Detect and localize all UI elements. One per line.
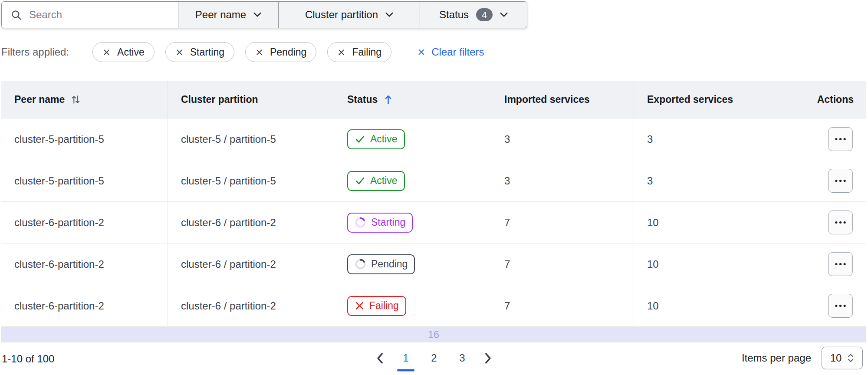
row-actions-button[interactable] — [828, 211, 853, 234]
clear-filters-button[interactable]: Clear filters — [417, 46, 484, 58]
status-badge: Active — [347, 129, 405, 149]
column-header-label: Exported services — [647, 94, 733, 105]
items-per-page-select[interactable]: 10 — [822, 346, 863, 369]
pagination-bar: 1-10 of 100 1 2 3 Items per page 10 — [0, 344, 868, 375]
peer-name-filter-label: Peer name — [195, 9, 246, 21]
table-row: cluster-6-partition-2 cluster-6 / partit… — [1, 201, 866, 243]
pagination-range-label: 1-10 of 100 — [2, 352, 54, 365]
filter-chip-label: Failing — [352, 46, 381, 58]
column-header-label: Status — [347, 94, 378, 105]
status-label: Failing — [369, 300, 399, 312]
clear-filters-label: Clear filters — [431, 46, 484, 58]
cluster-partition-value: cluster-5 / partition-5 — [181, 133, 276, 145]
cluster-partition-value: cluster-6 / partition-2 — [181, 217, 276, 229]
table-row: cluster-6-partition-2 cluster-6 / partit… — [1, 285, 866, 326]
x-icon — [355, 301, 365, 311]
sort-ascending-icon[interactable] — [384, 94, 393, 105]
row-actions-button[interactable] — [828, 169, 853, 193]
remove-filter-icon[interactable] — [175, 48, 184, 56]
peer-name-value: cluster-5-partition-5 — [14, 175, 104, 187]
exported-services-cell: 3 — [634, 160, 778, 201]
cluster-partition-cell: cluster-5 / partition-5 — [168, 160, 334, 201]
status-badge: Failing — [347, 296, 406, 316]
exported-services-value: 10 — [647, 300, 659, 312]
clear-filters-x-icon — [417, 48, 426, 56]
imported-services-value: 7 — [504, 300, 510, 312]
filter-chip-active[interactable]: Active — [92, 42, 155, 62]
cluster-partition-cell: cluster-5 / partition-5 — [168, 118, 334, 160]
column-header-label: Cluster partition — [181, 94, 258, 105]
cluster-partition-filter-label: Cluster partition — [305, 9, 378, 21]
table-row: cluster-5-partition-5 cluster-5 / partit… — [1, 118, 866, 160]
filter-chip-label: Active — [117, 46, 145, 58]
partial-row-value: 16 — [428, 329, 439, 341]
search-box[interactable] — [2, 2, 178, 28]
exported-services-value: 3 — [647, 133, 653, 145]
row-actions-button[interactable] — [828, 127, 853, 151]
previous-page-button[interactable] — [371, 349, 388, 368]
page-button-2[interactable]: 2 — [423, 349, 445, 368]
column-header-cluster-partition: Cluster partition — [168, 81, 334, 118]
table-row: cluster-5-partition-5 cluster-5 / partit… — [1, 160, 866, 201]
status-label: Active — [370, 175, 398, 187]
peer-name-value: cluster-5-partition-5 — [14, 133, 104, 145]
imported-services-value: 3 — [504, 133, 510, 145]
column-header-exported-services: Exported services — [634, 81, 778, 118]
check-icon — [355, 134, 365, 145]
remove-filter-icon[interactable] — [337, 48, 345, 56]
exported-services-value: 10 — [647, 217, 659, 229]
filter-chip-label: Pending — [270, 46, 306, 58]
ellipsis-icon — [835, 304, 846, 307]
chevron-down-icon — [385, 12, 393, 17]
search-icon — [10, 9, 22, 21]
status-label: Pending — [371, 258, 408, 270]
items-per-page-value: 10 — [830, 352, 842, 364]
chevron-left-icon — [376, 352, 383, 364]
filter-chip-label: Starting — [190, 46, 224, 58]
cluster-partition-value: cluster-6 / partition-2 — [181, 258, 276, 270]
row-actions-button[interactable] — [828, 294, 853, 318]
peer-name-cell: cluster-6-partition-2 — [1, 243, 168, 285]
actions-cell — [778, 118, 866, 160]
row-actions-button[interactable] — [828, 252, 853, 276]
chevron-up-down-icon — [847, 352, 854, 363]
status-cell: Active — [334, 118, 491, 160]
filter-chip-starting[interactable]: Starting — [165, 42, 234, 62]
column-header-status[interactable]: Status — [334, 81, 491, 118]
status-filter-dropdown[interactable]: Status 4 — [420, 2, 527, 28]
status-cell: Active — [334, 160, 491, 201]
items-per-page: Items per page 10 — [742, 346, 863, 369]
sort-arrows-icon[interactable] — [71, 94, 81, 105]
column-header-peer-name[interactable]: Peer name — [1, 81, 168, 118]
table-header-row: Peer name Cluster partition Status Impor… — [1, 81, 866, 118]
filter-toolbar: Peer name Cluster partition Status 4 — [1, 1, 527, 28]
page-button-3[interactable]: 3 — [451, 349, 473, 368]
imported-services-cell: 3 — [491, 160, 634, 201]
peer-name-filter-dropdown[interactable]: Peer name — [178, 2, 278, 28]
filter-chip-failing[interactable]: Failing — [327, 42, 391, 62]
peer-name-cell: cluster-5-partition-5 — [1, 118, 168, 160]
imported-services-value: 3 — [504, 175, 510, 187]
remove-filter-icon[interactable] — [255, 48, 263, 56]
cluster-partition-filter-dropdown[interactable]: Cluster partition — [278, 2, 420, 28]
search-input[interactable] — [29, 9, 172, 21]
applied-filters-row: Filters applied: Active Starting Pending… — [1, 42, 484, 62]
status-badge: Active — [347, 171, 405, 191]
status-cell: Failing — [334, 285, 491, 326]
filter-chip-pending[interactable]: Pending — [245, 42, 316, 62]
actions-cell — [778, 202, 866, 243]
peer-name-cell: cluster-6-partition-2 — [1, 285, 168, 326]
remove-filter-icon[interactable] — [102, 48, 111, 56]
column-header-label: Actions — [817, 94, 854, 105]
column-header-label: Imported services — [504, 94, 590, 105]
ellipsis-icon — [835, 179, 846, 182]
actions-cell — [778, 160, 866, 201]
check-icon — [355, 175, 365, 186]
peer-name-cell: cluster-5-partition-5 — [1, 160, 168, 201]
next-page-button[interactable] — [480, 349, 497, 368]
page-button-1[interactable]: 1 — [395, 349, 417, 368]
imported-services-cell: 3 — [491, 118, 634, 160]
spinner-icon — [355, 217, 366, 228]
imported-services-value: 7 — [504, 217, 510, 229]
items-per-page-label: Items per page — [742, 352, 811, 364]
